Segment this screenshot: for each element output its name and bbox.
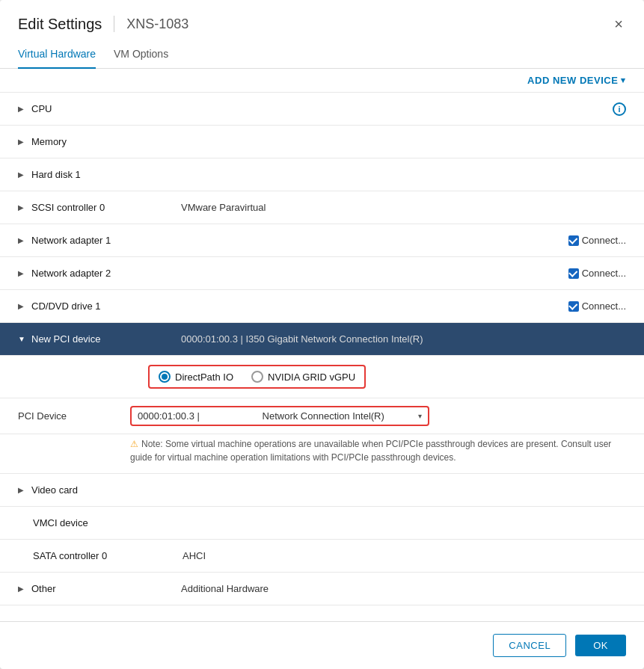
network-adapter-2-label: Network adapter 2 <box>31 268 151 279</box>
chevron-right-icon: ▶ <box>18 486 25 494</box>
sata-value: AHCI <box>153 550 626 561</box>
video-card-label: Video card <box>31 484 151 496</box>
network-adapter-2-row[interactable]: ▶ Network adapter 2 Connect... <box>0 257 644 290</box>
chevron-right-icon: ▶ <box>18 105 25 113</box>
cpu-label: CPU <box>31 103 151 114</box>
tab-virtual-hardware[interactable]: Virtual Hardware <box>18 40 96 69</box>
video-card-row[interactable]: ▶ Video card <box>0 474 644 507</box>
new-pci-label: New PCI device <box>31 333 151 345</box>
warning-icon: ⚠ <box>130 439 138 449</box>
modal-footer: CANCEL OK <box>0 621 644 669</box>
hard-disk-label: Hard disk 1 <box>31 169 151 180</box>
connect-badge-1: Connect... <box>568 235 626 246</box>
radio-options-row: DirectPath IO NVIDIA GRID vGPU <box>0 356 644 398</box>
edit-settings-modal: Edit Settings XNS-1083 × Virtual Hardwar… <box>0 0 644 669</box>
modal-header: Edit Settings XNS-1083 × <box>0 0 644 34</box>
hard-disk-row[interactable]: ▶ Hard disk 1 <box>0 158 644 191</box>
sata-controller-row[interactable]: SATA controller 0 AHCI <box>0 540 644 573</box>
chevron-right-icon: ▶ <box>18 138 25 146</box>
connect-label-3: Connect... <box>582 300 626 312</box>
select-arrow-icon: ▾ <box>418 412 422 420</box>
connect-label-2: Connect... <box>582 268 626 279</box>
nvidia-grid-option[interactable]: NVIDIA GRID vGPU <box>251 371 355 383</box>
connect-badge-3: Connect... <box>568 300 626 312</box>
info-icon[interactable]: i <box>613 102 626 116</box>
chevron-right-icon: ▶ <box>18 170 25 179</box>
note-content: ⚠Note: Some virtual machine operations a… <box>130 437 626 464</box>
pci-device-row: PCI Device 0000:01:00.3 | Network Connec… <box>0 398 644 434</box>
scsi-value: VMware Paravirtual <box>151 202 626 213</box>
radio-group: DirectPath IO NVIDIA GRID vGPU <box>148 365 366 389</box>
new-pci-header-value: 0000:01:00.3 | I350 Gigabit Network Conn… <box>151 333 626 345</box>
pci-device-label: PCI Device <box>18 410 130 422</box>
modal-subtitle: XNS-1083 <box>126 16 188 32</box>
title-divider <box>114 16 114 32</box>
tab-vm-options[interactable]: VM Options <box>114 40 168 69</box>
close-button[interactable]: × <box>611 13 626 34</box>
connect-checkbox-2[interactable] <box>568 268 579 279</box>
scsi-controller-row[interactable]: ▶ SCSI controller 0 VMware Paravirtual <box>0 191 644 224</box>
ok-button[interactable]: OK <box>575 635 626 656</box>
sata-label: SATA controller 0 <box>33 550 153 561</box>
modal-title: Edit Settings <box>18 16 102 33</box>
device-list: ▶ CPU i ▶ Memory ▶ Hard disk 1 ▶ SCSI co… <box>0 93 644 621</box>
vmci-device-row[interactable]: VMCI device <box>0 507 644 540</box>
memory-label: Memory <box>31 136 151 147</box>
connect-checkbox-3[interactable] <box>568 301 579 312</box>
connect-label-1: Connect... <box>582 235 626 246</box>
chevron-down-icon: ▼ <box>18 335 25 343</box>
pci-device-value: 0000:01:00.3 | Network Connection Intel(… <box>138 410 384 422</box>
chevron-right-icon: ▶ <box>18 269 25 277</box>
note-text: Note: Some virtual machine operations ar… <box>130 439 611 463</box>
memory-row[interactable]: ▶ Memory <box>0 126 644 158</box>
new-pci-device-row[interactable]: ▼ New PCI device 0000:01:00.3 | I350 Gig… <box>0 323 644 356</box>
chevron-right-icon: ▶ <box>18 236 25 244</box>
chevron-right-icon: ▶ <box>18 203 25 212</box>
other-label: Other <box>31 583 151 594</box>
network-adapter-1-label: Network adapter 1 <box>31 235 151 246</box>
connect-checkbox-1[interactable] <box>568 235 579 246</box>
vmci-device-label: VMCI device <box>33 517 153 528</box>
directpath-io-option[interactable]: DirectPath IO <box>159 371 233 383</box>
scsi-label: SCSI controller 0 <box>31 202 151 213</box>
cd-dvd-row[interactable]: ▶ CD/DVD drive 1 Connect... <box>0 290 644 323</box>
cd-dvd-label: CD/DVD drive 1 <box>31 300 151 312</box>
other-row[interactable]: ▶ Other Additional Hardware <box>0 573 644 605</box>
other-value: Additional Hardware <box>151 583 626 594</box>
cpu-row[interactable]: ▶ CPU i <box>0 93 644 126</box>
add-new-device-button[interactable]: ADD NEW DEVICE ▾ <box>527 75 626 86</box>
directpath-io-label: DirectPath IO <box>175 372 233 383</box>
toolbar: ADD NEW DEVICE ▾ <box>0 69 644 93</box>
connect-badge-2: Connect... <box>568 268 626 279</box>
directpath-io-radio[interactable] <box>159 371 171 383</box>
note-row: ⚠Note: Some virtual machine operations a… <box>0 434 644 474</box>
chevron-right-icon: ▶ <box>18 302 25 310</box>
network-adapter-1-row[interactable]: ▶ Network adapter 1 Connect... <box>0 224 644 257</box>
nvidia-grid-label: NVIDIA GRID vGPU <box>268 372 355 383</box>
pci-device-select[interactable]: 0000:01:00.3 | Network Connection Intel(… <box>130 406 429 426</box>
nvidia-grid-radio[interactable] <box>251 371 263 383</box>
radio-fill <box>162 374 168 380</box>
chevron-down-icon: ▾ <box>621 75 626 85</box>
chevron-right-icon: ▶ <box>18 585 25 593</box>
tabs-bar: Virtual Hardware VM Options <box>0 40 644 69</box>
cancel-button[interactable]: CANCEL <box>493 634 566 657</box>
